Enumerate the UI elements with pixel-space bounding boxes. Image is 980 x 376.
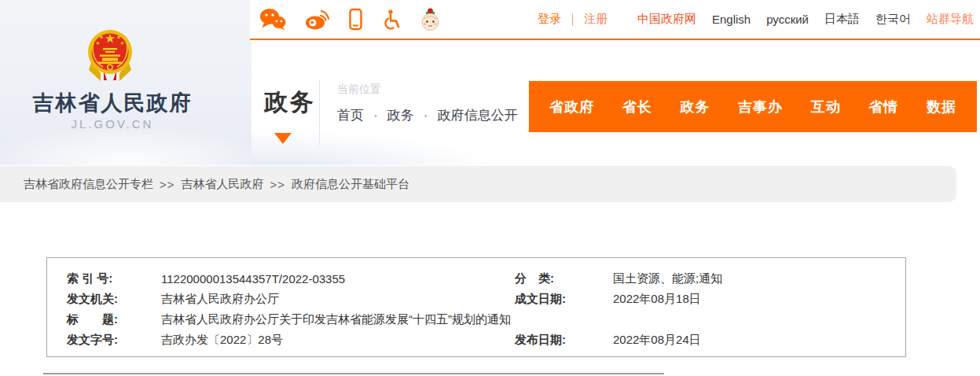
written-date-label: 成文日期: bbox=[515, 292, 613, 307]
breadcrumb-dot-icon: • bbox=[424, 111, 428, 120]
nav-provincial-government[interactable]: 省政府 bbox=[549, 98, 594, 116]
document-number-label: 发文字号: bbox=[67, 333, 161, 348]
link-site-navigation[interactable]: 站群导航 bbox=[927, 12, 974, 27]
mobile-icon[interactable] bbox=[348, 8, 363, 31]
nav-data[interactable]: 数据 bbox=[927, 98, 956, 116]
top-utility-bar: 登录 注册 中国政府网 English русский 日本語 한국어 站群导航 bbox=[250, 0, 980, 40]
site-domain: JL.GOV.CN bbox=[0, 117, 225, 131]
weibo-icon[interactable] bbox=[305, 9, 329, 30]
national-emblem-icon bbox=[85, 25, 135, 83]
issuing-agency-label: 发文机关: bbox=[67, 292, 161, 307]
written-date-value: 2022年08月18日 bbox=[613, 292, 905, 307]
issuing-agency-value: 吉林省人民政府办公厅 bbox=[161, 292, 515, 307]
table-row: 标 题: 吉林省人民政府办公厅关于印发吉林省能源发展“十四五”规划的通知 bbox=[47, 309, 905, 330]
path-disclosure-platform[interactable]: 政府信息公开基础平台 bbox=[292, 177, 409, 192]
publish-date-label: 发布日期: bbox=[515, 333, 613, 348]
mascot-icon[interactable] bbox=[420, 7, 441, 31]
nav-province-info[interactable]: 省情 bbox=[868, 98, 898, 116]
content-divider bbox=[43, 373, 664, 374]
path-bar: 吉林省政府信息公开专栏 >> 吉林省人民政府 >> 政府信息公开基础平台 bbox=[0, 166, 956, 202]
nav-governor[interactable]: 省长 bbox=[622, 98, 652, 116]
register-link[interactable]: 注册 bbox=[584, 12, 607, 27]
publish-date-value: 2022年08月24日 bbox=[613, 333, 905, 348]
page: 吉林省人民政府 JL.GOV.CN bbox=[0, 0, 980, 376]
breadcrumb-zhengwu[interactable]: 政务 bbox=[387, 106, 414, 124]
path-separator: >> bbox=[160, 178, 175, 191]
wechat-icon[interactable] bbox=[259, 8, 286, 31]
document-number-value: 吉政办发〔2022〕28号 bbox=[161, 333, 515, 348]
site-logo[interactable]: 吉林省人民政府 JL.GOV.CN bbox=[0, 0, 251, 165]
link-russian[interactable]: русский bbox=[766, 13, 809, 26]
topbar-links: 登录 注册 中国政府网 English русский 日本語 한국어 站群导航 bbox=[538, 12, 980, 27]
main-nav: 省政府 省长 政务 吉事办 互动 省情 数据 bbox=[529, 81, 977, 132]
section-title: 政务 bbox=[264, 87, 316, 119]
site-title: 吉林省人民政府 bbox=[0, 89, 225, 117]
index-number-label: 索 引 号: bbox=[67, 271, 161, 286]
breadcrumb: 首页 • 政务 • 政府信息公开 bbox=[337, 106, 518, 124]
table-row: 发文字号: 吉政办发〔2022〕28号 发布日期: 2022年08月24日 bbox=[47, 330, 905, 350]
category-value: 国土资源、能源;通知 bbox=[613, 271, 905, 286]
accessibility-icon[interactable] bbox=[382, 9, 401, 31]
nav-jishiban[interactable]: 吉事办 bbox=[738, 98, 783, 116]
link-english[interactable]: English bbox=[712, 13, 751, 26]
breadcrumb-home[interactable]: 首页 bbox=[337, 106, 364, 124]
link-japanese[interactable]: 日本語 bbox=[824, 12, 860, 27]
link-korean[interactable]: 한국어 bbox=[875, 12, 911, 27]
header-band: 吉林省人民政府 JL.GOV.CN bbox=[0, 0, 980, 165]
login-register-divider bbox=[572, 13, 573, 26]
title-label: 标 题: bbox=[67, 312, 161, 327]
social-icons bbox=[250, 7, 441, 31]
path-provincial-government[interactable]: 吉林省人民政府 bbox=[182, 177, 264, 192]
table-row: 索 引 号: 11220000013544357T/2022-03355 分 类… bbox=[47, 268, 905, 289]
title-value: 吉林省人民政府办公厅关于印发吉林省能源发展“十四五”规划的通知 bbox=[161, 312, 515, 327]
nav-zhengwu[interactable]: 政务 bbox=[680, 98, 710, 116]
path-disclosure-column[interactable]: 吉林省政府信息公开专栏 bbox=[24, 177, 153, 192]
index-number-value: 11220000013544357T/2022-03355 bbox=[161, 272, 515, 286]
nav-interaction[interactable]: 互动 bbox=[811, 98, 841, 116]
triangle-down-icon bbox=[274, 133, 292, 144]
vertical-divider bbox=[319, 79, 320, 146]
document-info-table: 索 引 号: 11220000013544357T/2022-03355 分 类… bbox=[46, 257, 906, 357]
breadcrumb-info-disclosure[interactable]: 政府信息公开 bbox=[438, 106, 518, 124]
current-location-label: 当前位置 bbox=[337, 83, 381, 97]
link-china-gov[interactable]: 中国政府网 bbox=[637, 12, 696, 27]
category-label: 分 类: bbox=[515, 271, 613, 286]
path-separator: >> bbox=[270, 178, 286, 191]
table-row: 发文机关: 吉林省人民政府办公厅 成文日期: 2022年08月18日 bbox=[47, 289, 905, 309]
login-link[interactable]: 登录 bbox=[538, 12, 561, 27]
breadcrumb-dot-icon: • bbox=[374, 111, 377, 120]
